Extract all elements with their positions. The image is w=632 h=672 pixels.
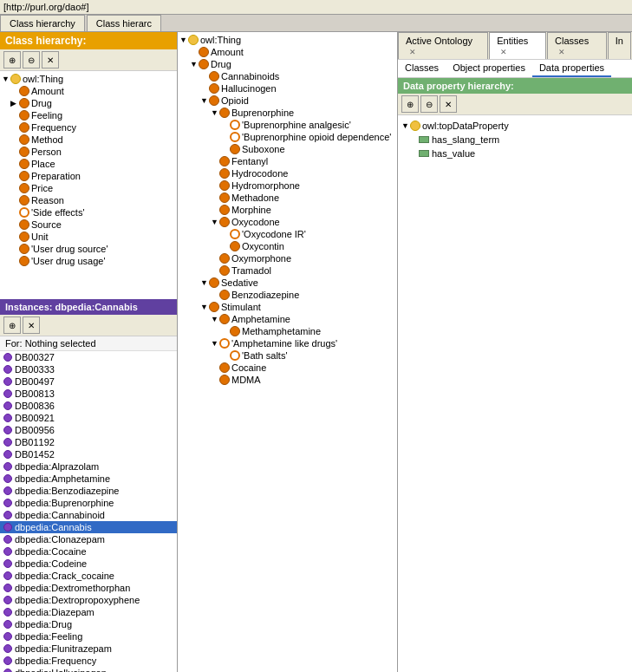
tab-in[interactable]: In [608, 32, 631, 59]
tab-class-hierarc[interactable]: Class hierarc [87, 15, 161, 31]
tree-item-side-effects[interactable]: 'Side effects' [2, 206, 175, 219]
tree-item-drug[interactable]: ▶ Drug [2, 97, 175, 109]
middle-tree-item[interactable]: Benzodiazepine [179, 289, 395, 301]
middle-tree-item[interactable]: Methamphetamine [179, 325, 395, 337]
middle-tree-item[interactable]: ▼owl:Thing [179, 34, 395, 46]
middle-tree-item[interactable]: Cocaine [179, 362, 395, 374]
collapse-all-button[interactable]: ⊖ [23, 51, 40, 69]
instance-item[interactable]: dbpedia:Clonazepam [0, 533, 177, 545]
instance-item[interactable]: dbpedia:Cocaine [0, 545, 177, 558]
tree-item-user-drug-usage[interactable]: 'User drug usage' [2, 255, 175, 267]
middle-tree-item[interactable]: ▼Drug [179, 58, 395, 70]
middle-tree-item[interactable]: 'Buprenorphine opioid dependence' [179, 131, 395, 143]
tree-item-amount[interactable]: Amount [2, 85, 175, 97]
middle-tree-item[interactable]: Hydrocodone [179, 167, 395, 179]
tree-item-preparation[interactable]: Preparation [2, 170, 175, 182]
tree-item-method[interactable]: Method [2, 134, 175, 146]
instance-item[interactable]: dbpedia:Buprenorphine [0, 497, 177, 509]
middle-tree-item[interactable]: Amount [179, 46, 395, 58]
instance-item[interactable]: DB00497 [0, 375, 177, 388]
middle-tree-item[interactable]: 'Oxycodone IR' [179, 228, 395, 240]
instance-item[interactable]: dbpedia:Cannabis [0, 521, 177, 533]
middle-tree-item[interactable]: ▼Opioid [179, 95, 395, 107]
sub-tab-object-properties[interactable]: Object properties [446, 60, 532, 77]
instance-item[interactable]: dbpedia:Benzodiazepine [0, 485, 177, 497]
instance-item[interactable]: dbpedia:Codeine [0, 558, 177, 570]
dp-item-has-value[interactable]: has_value [401, 147, 629, 160]
close-active-ontology-icon[interactable]: ✕ [409, 48, 416, 56]
instance-item[interactable]: dbpedia:Frequency [0, 655, 177, 667]
middle-tree-item[interactable]: Methadone [179, 192, 395, 204]
instance-item[interactable]: dbpedia:Dextromethorphan [0, 582, 177, 594]
middle-tree-item[interactable]: MDMA [179, 374, 395, 386]
instance-item[interactable]: dbpedia:Cannabinoid [0, 509, 177, 521]
middle-tree-item[interactable]: ▼Sedative [179, 277, 395, 289]
tree-item-user-drug-source[interactable]: 'User drug source' [2, 243, 175, 255]
middle-tree-item[interactable]: ▼Stimulant [179, 301, 395, 313]
tab-class-hierarchy[interactable]: Class hierarchy [0, 15, 85, 31]
middle-tree-item[interactable]: Suboxone [179, 143, 395, 155]
sub-tab-data-properties[interactable]: Data properties [532, 60, 611, 77]
instance-item[interactable]: dbpedia:Diazepam [0, 606, 177, 618]
middle-tree-item[interactable]: ▼Amphetamine [179, 313, 395, 325]
tree-arrow[interactable]: ▼ [2, 75, 10, 83]
middle-tree-item[interactable]: 'Buprenorphine analgesic' [179, 119, 395, 131]
clear-dp-button[interactable]: ✕ [440, 95, 457, 113]
instance-icon [3, 644, 12, 653]
expand-all-button[interactable]: ⊕ [3, 51, 21, 69]
close-entities-icon[interactable]: ✕ [500, 48, 507, 56]
expand-dp-button[interactable]: ⊕ [401, 95, 419, 113]
add-instance-button[interactable]: ⊕ [3, 316, 21, 334]
tab-active-ontology[interactable]: Active Ontology ✕ [398, 32, 488, 59]
sub-tab-classes[interactable]: Classes [398, 60, 446, 77]
tab-classes[interactable]: Classes ✕ [547, 32, 607, 59]
instance-item[interactable]: DB01192 [0, 436, 177, 448]
instance-item[interactable]: DB00836 [0, 400, 177, 412]
middle-tree-item[interactable]: Tramadol [179, 264, 395, 277]
middle-tree-item[interactable]: Hydromorphone [179, 179, 395, 192]
middle-tree-item[interactable]: ▼Oxycodone [179, 216, 395, 228]
tree-item-unit[interactable]: Unit [2, 231, 175, 243]
class-icon [19, 171, 29, 181]
dp-item-has-slang[interactable]: has_slang_term [401, 133, 629, 147]
middle-tree-item[interactable]: Morphine [179, 204, 395, 216]
instance-item[interactable]: DB01452 [0, 448, 177, 460]
middle-tree-item[interactable]: Cannabinoids [179, 70, 395, 82]
instance-item[interactable]: dbpedia:Amphetamine [0, 473, 177, 485]
instance-item[interactable]: dbpedia:Dextropropoxyphene [0, 594, 177, 606]
close-classes-icon[interactable]: ✕ [558, 48, 565, 56]
middle-tree-item[interactable]: Fentanyl [179, 155, 395, 167]
tree-item-frequency[interactable]: Frequency [2, 121, 175, 134]
middle-tree-item[interactable]: 'Bath salts' [179, 349, 395, 362]
instance-item[interactable]: DB00327 [0, 351, 177, 363]
middle-tree-item[interactable]: Oxymorphone [179, 252, 395, 264]
instance-item[interactable]: dbpedia:Feeling [0, 630, 177, 643]
tree-item-source[interactable]: Source [2, 219, 175, 231]
middle-tree-item[interactable]: Oxycontin [179, 240, 395, 252]
tree-item-price[interactable]: Price [2, 182, 175, 194]
instance-item[interactable]: dbpedia:Crack_cocaine [0, 570, 177, 582]
instance-item[interactable]: dbpedia:Alprazolam [0, 460, 177, 473]
tree-item-person[interactable]: Person [2, 146, 175, 158]
instance-item[interactable]: DB00956 [0, 424, 177, 436]
instance-item[interactable]: DB00813 [0, 388, 177, 400]
instance-item[interactable]: DB00921 [0, 412, 177, 424]
tree-item-reason[interactable]: Reason [2, 194, 175, 206]
collapse-dp-button[interactable]: ⊖ [420, 95, 438, 113]
delete-instance-button[interactable]: ✕ [23, 316, 40, 334]
tree-item-feeling[interactable]: Feeling [2, 109, 175, 121]
instance-icon [3, 450, 12, 459]
class-icon [19, 134, 29, 145]
tree-item-owlthing[interactable]: ▼ owl:Thing [2, 73, 175, 85]
middle-tree-item[interactable]: ▼'Amphetamine like drugs' [179, 337, 395, 349]
tab-entities[interactable]: Entities ✕ [489, 32, 546, 59]
middle-tree-item[interactable]: ▼Buprenorphine [179, 107, 395, 119]
dp-item-top[interactable]: ▼ owl:topDataProperty [401, 119, 629, 133]
instance-item[interactable]: dbpedia:Drug [0, 618, 177, 630]
instance-item[interactable]: dbpedia:Hallucinogen [0, 667, 177, 672]
instance-item[interactable]: dbpedia:Flunitrazepam [0, 643, 177, 655]
tree-item-place[interactable]: Place [2, 158, 175, 170]
instance-item[interactable]: DB00333 [0, 363, 177, 375]
clear-button[interactable]: ✕ [42, 51, 59, 69]
middle-tree-item[interactable]: Hallucinogen [179, 82, 395, 95]
